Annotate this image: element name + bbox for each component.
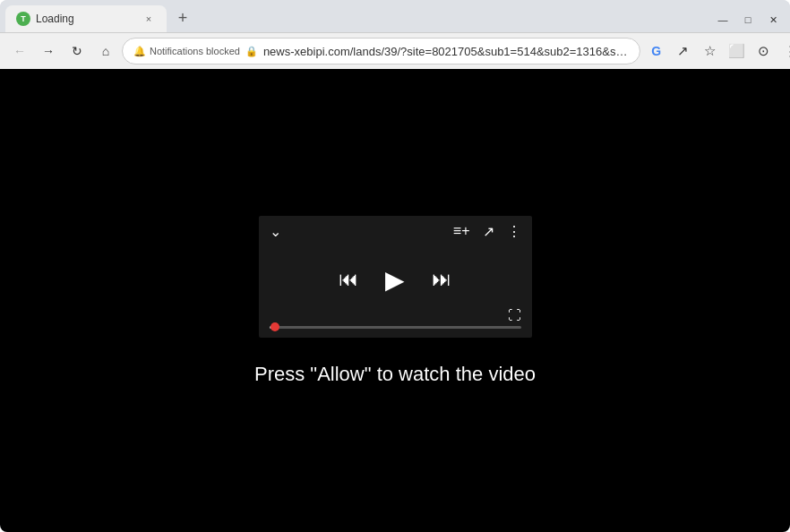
toolbar: ← → ↻ ⌂ 🔔 Notifications blocked 🔒 news-x… [0, 33, 790, 69]
forward-button[interactable]: → [36, 39, 61, 64]
player-queue-icon[interactable]: ≡+ [453, 223, 470, 239]
player-bottom-controls: ⛶ [259, 307, 532, 338]
tab-favicon: T [16, 12, 30, 26]
play-button[interactable]: ▶ [385, 265, 405, 295]
skip-back-button[interactable]: ⏮ [339, 268, 358, 291]
lock-icon: 🔒 [245, 46, 258, 57]
active-tab[interactable]: T Loading × [5, 5, 167, 32]
address-bar[interactable]: 🔔 Notifications blocked 🔒 news-xebipi.co… [122, 38, 640, 64]
address-text: news-xebipi.com/lands/39/?site=8021705&s… [263, 45, 629, 58]
progress-dot [270, 322, 279, 331]
back-button[interactable]: ← [7, 39, 32, 64]
new-tab-button[interactable]: + [170, 5, 195, 30]
chrome-window: T Loading × + — □ ✕ ← → ↻ ⌂ 🔔 Notificati… [0, 0, 790, 532]
home-button[interactable]: ⌂ [93, 39, 118, 64]
player-fullscreen-row: ⛶ [270, 307, 521, 322]
progress-bar[interactable] [270, 326, 521, 329]
minimize-button[interactable]: — [711, 11, 734, 29]
share-button[interactable]: ↗ [671, 39, 696, 64]
reload-button[interactable]: ↻ [64, 39, 90, 64]
player-collapse-button[interactable]: ⌄ [270, 223, 281, 240]
tab-bar-left: T Loading × + [5, 5, 711, 32]
press-allow-label: Press "Allow" to watch the video [254, 363, 536, 386]
player-top-bar: ⌄ ≡+ ↗ ⋮ [259, 216, 532, 247]
profile-button[interactable]: ⊙ [751, 39, 777, 64]
tab-title: Loading [36, 13, 136, 25]
google-button[interactable]: G [644, 39, 669, 64]
bookmark-button[interactable]: ☆ [698, 39, 723, 64]
player-center-controls: ⏮ ▶ ⏭ [259, 247, 532, 307]
toolbar-right: G ↗ ☆ ⬜ ⊙ ⋮ [644, 39, 790, 64]
close-window-button[interactable]: ✕ [761, 11, 785, 29]
video-player: ⌄ ≡+ ↗ ⋮ ⏮ ▶ ⏭ ⛶ [259, 216, 532, 338]
player-top-right-controls: ≡+ ↗ ⋮ [453, 223, 521, 240]
maximize-button[interactable]: □ [736, 11, 760, 29]
google-g-icon: G [651, 44, 661, 58]
player-more-icon[interactable]: ⋮ [507, 223, 521, 240]
player-share-icon[interactable]: ↗ [483, 223, 494, 240]
window-controls: — □ ✕ [711, 11, 785, 32]
menu-button[interactable]: ⋮ [778, 39, 790, 64]
notification-blocked-icon: 🔔 [133, 46, 146, 57]
extensions-button[interactable]: ⬜ [725, 39, 750, 64]
content-area: ⌄ ≡+ ↗ ⋮ ⏮ ▶ ⏭ ⛶ [0, 69, 790, 532]
skip-forward-button[interactable]: ⏭ [432, 268, 451, 291]
notifications-blocked-label: 🔔 Notifications blocked [133, 46, 240, 57]
tab-bar: T Loading × + — □ ✕ [0, 0, 790, 32]
fullscreen-button[interactable]: ⛶ [508, 307, 521, 322]
tab-close-button[interactable]: × [142, 12, 156, 26]
